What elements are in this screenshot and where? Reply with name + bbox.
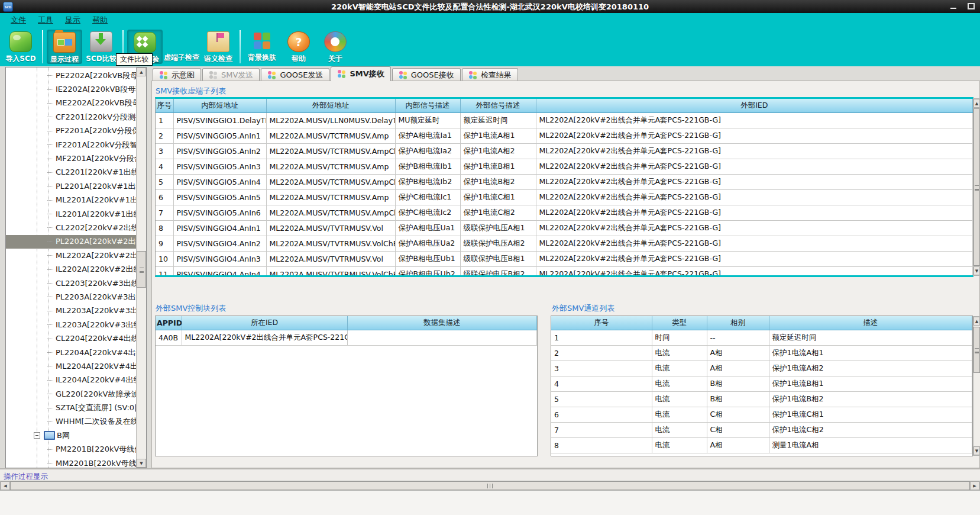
scroll-thumb[interactable] xyxy=(973,108,980,266)
tree-item[interactable]: ML2201A[220kV#1出线... xyxy=(6,194,136,207)
导入SCD-button[interactable]: 导入SCD xyxy=(3,30,38,64)
tree-item[interactable]: PL2202A[220kV#2出线保... xyxy=(6,235,136,249)
tree-item[interactable]: SZTA[交直流屏] (SV:0|0,G... xyxy=(6,401,136,414)
table-row[interactable]: 3电流A相保护1电流A相2 xyxy=(551,361,972,376)
tree-item[interactable]: PL2201A[220kV#1出线保... xyxy=(6,179,136,193)
table-row[interactable]: 7PISV/SVINGGIO5.AnIn6ML2202A.MUSV/TCTRMU… xyxy=(156,205,973,221)
scroll-thumb[interactable] xyxy=(973,327,980,373)
背景换肤-button[interactable]: 背景换肤 xyxy=(244,30,280,64)
scroll-up-icon[interactable]: ▲ xyxy=(973,317,980,326)
tree-item[interactable]: PE2202A[220kVB段母联... xyxy=(6,69,136,82)
panel-splitter[interactable] xyxy=(147,67,151,468)
tab-SMV接收[interactable]: SMV接收 xyxy=(331,66,390,81)
column-header[interactable]: 序号 xyxy=(551,316,652,330)
tree-item[interactable]: ML2204A[220kV#4出线... xyxy=(6,359,136,373)
table-row[interactable]: 5PISV/SVINGGIO5.AnIn4ML2202A.MUSV/TCTRMU… xyxy=(156,175,973,190)
menu-item-3[interactable]: 帮助 xyxy=(86,14,114,27)
column-header[interactable]: 数据集描述 xyxy=(347,316,537,330)
table-row[interactable]: 1PISV/SVINGGIO1.DelayTRtgML2202A.MUSV/LL… xyxy=(156,113,973,128)
tree-item[interactable]: IL2203A[220kV#3出线智... xyxy=(6,318,136,331)
scroll-track[interactable] xyxy=(973,108,980,266)
scroll-up-icon[interactable]: ▲ xyxy=(973,99,980,108)
tree-item[interactable]: CL2204[220kV#4出线测... xyxy=(6,331,136,345)
smv-table-scrollbar[interactable]: ▲ ▼ xyxy=(973,98,980,276)
column-header[interactable]: 类型 xyxy=(652,316,707,330)
虚端子检查-button[interactable]: 虚端子检查 xyxy=(164,30,199,64)
tree-item[interactable]: PM2201B[220kV母线保... xyxy=(6,443,136,456)
tree-item[interactable]: WHHM[二次设备及在线... xyxy=(6,415,136,429)
table-row[interactable]: 10PISV/SVINGGIO4.AnIn3ML2202A.MUSV/TVTRM… xyxy=(156,252,973,267)
scroll-left-icon[interactable]: ◀ xyxy=(1,481,10,490)
maximize-button[interactable] xyxy=(964,2,978,11)
tree-item[interactable]: IL2201A[220kV#1出线智... xyxy=(6,207,136,221)
scroll-down-icon[interactable]: ▼ xyxy=(973,266,980,275)
scroll-thumb[interactable] xyxy=(137,251,146,288)
tree-item[interactable]: IE2202A[220kVB段母联... xyxy=(6,82,136,96)
table-row[interactable]: 6电流C相保护1电流C相1 xyxy=(551,407,972,423)
menu-item-2[interactable]: 显示 xyxy=(59,14,86,27)
tree-item[interactable]: B网 xyxy=(6,429,136,442)
column-header[interactable]: APPID xyxy=(156,316,182,330)
table-row[interactable]: 8PISV/SVINGGIO4.AnIn1ML2202A.MUSV/TVTRMU… xyxy=(156,221,973,236)
table-row[interactable]: 6PISV/SVINGGIO5.AnIn5ML2202A.MUSV/TCTRMU… xyxy=(156,190,973,205)
tree-item[interactable]: CL2203[220kV#3出线测... xyxy=(6,276,136,290)
table-row[interactable]: 11PISV/SVINGGIO4.AnIn4ML2202A.MUSV/TVTRM… xyxy=(156,267,973,278)
tree-item[interactable]: PL2204A[220kV#4出线保... xyxy=(6,346,136,359)
tab-检查结果[interactable]: 检查结果 xyxy=(462,68,518,81)
tree-item[interactable]: ML2203A[220kV#3出线... xyxy=(6,304,136,318)
scroll-track[interactable] xyxy=(973,326,980,446)
tree-item[interactable]: CL2201[220kV#1出线测... xyxy=(6,166,136,179)
tree-item[interactable]: MM2201B[220kV母线合... xyxy=(6,456,136,468)
column-header[interactable]: 相别 xyxy=(707,316,769,330)
tree-item[interactable]: ML2202A[220kV#2出线... xyxy=(6,249,136,262)
table-row[interactable]: 1时间--额定延迟时间 xyxy=(551,330,972,346)
column-header[interactable]: 内部短地址 xyxy=(173,99,266,113)
SCD比较-button[interactable]: SCD比较 xyxy=(83,30,119,64)
tree-item[interactable]: CL2202[220kV#2出线测... xyxy=(6,221,136,234)
关于-button[interactable]: 关于 xyxy=(318,30,353,64)
scroll-track[interactable] xyxy=(137,76,146,459)
显示过程-button[interactable]: 显示过程 xyxy=(47,30,82,64)
column-header[interactable]: 内部信号描述 xyxy=(395,99,460,113)
table-row[interactable]: 5电流B相保护1电流B相2 xyxy=(551,392,972,407)
tree-item[interactable]: IF2201A[220kV分段智能... xyxy=(6,138,136,152)
tree-item[interactable]: PF2201A[220kV分段保护... xyxy=(6,124,136,138)
column-header[interactable]: 外部信号描述 xyxy=(460,99,536,113)
tab-示意图[interactable]: 示意图 xyxy=(153,68,201,81)
tab-SMV发送[interactable]: SMV发送 xyxy=(202,68,260,81)
tree-item[interactable]: CF2201[220kV分段测控P... xyxy=(6,110,136,124)
table-row[interactable]: 4PISV/SVINGGIO5.AnIn3ML2202A.MUSV/TCTRMU… xyxy=(156,159,973,175)
table-row[interactable]: 4A0BML2202A[220kV#2出线合并单元A套PCS-221GB-G] xyxy=(156,330,537,346)
tree-scrollbar[interactable]: ▲ ▼ xyxy=(136,67,146,468)
tab-GOOSE接收[interactable]: GOOSE接收 xyxy=(392,68,461,81)
table-row[interactable]: 4电流B相保护1电流B相1 xyxy=(551,376,972,392)
minimize-button[interactable] xyxy=(946,2,960,11)
column-header[interactable]: 外部短地址 xyxy=(266,99,395,113)
collapse-icon[interactable] xyxy=(34,432,40,439)
tree-item[interactable]: IL2204A[220kV#4出线智... xyxy=(6,374,136,387)
语义检查-button[interactable]: 语义检查 xyxy=(200,30,236,64)
menu-item-1[interactable]: 工具 xyxy=(32,14,59,27)
tree-item[interactable]: IL2202A[220kV#2出线智... xyxy=(6,262,136,276)
scroll-right-icon[interactable]: ▶ xyxy=(970,481,979,490)
column-header[interactable]: 序号 xyxy=(156,99,173,113)
scroll-thumb[interactable] xyxy=(10,481,970,490)
tree-item[interactable]: MF2201A[220kV分段合... xyxy=(6,152,136,165)
table-row[interactable]: 3PISV/SVINGGIO5.AnIn2ML2202A.MUSV/TCTRMU… xyxy=(156,144,973,159)
table-row[interactable]: 7电流C相保护1电流C相2 xyxy=(551,423,972,438)
table-row[interactable]: 2PISV/SVINGGIO5.AnIn1ML2202A.MUSV/TCTRMU… xyxy=(156,128,973,144)
channel-table-scrollbar[interactable]: ▲ ▼ xyxy=(973,316,980,456)
tree-item[interactable]: PL2203A[220kV#3出线保... xyxy=(6,290,136,304)
scroll-up-icon[interactable]: ▲ xyxy=(137,67,146,76)
horizontal-scrollbar[interactable]: ◀ ▶ xyxy=(0,481,980,491)
table-row[interactable]: 2电流A相保护1电流A相1 xyxy=(551,346,972,361)
tree-item[interactable]: GL220[220kV故障录波] (... xyxy=(6,387,136,401)
帮助-button[interactable]: 帮助 xyxy=(281,30,316,64)
column-header[interactable]: 外部IED xyxy=(536,99,973,113)
tab-GOOSE发送[interactable]: GOOSE发送 xyxy=(261,68,329,81)
table-row[interactable]: 9PISV/SVINGGIO4.AnIn2ML2202A.MUSV/TVTRMU… xyxy=(156,236,973,252)
scroll-down-icon[interactable]: ▼ xyxy=(137,459,146,468)
table-row[interactable]: 8电流A相测量1电流A相 xyxy=(551,438,972,453)
column-header[interactable]: 所在IED xyxy=(182,316,347,330)
scroll-down-icon[interactable]: ▼ xyxy=(973,446,980,455)
